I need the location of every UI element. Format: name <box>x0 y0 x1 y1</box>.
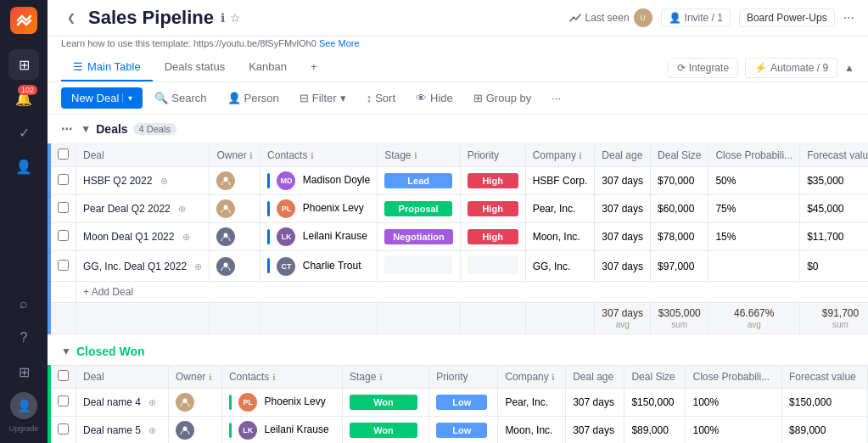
contact-bar <box>267 229 270 244</box>
search-nav-icon[interactable]: ⌕ <box>8 289 39 319</box>
forecast-cell: $89,000 <box>782 417 868 444</box>
bell-nav-icon[interactable]: 🔔 102 <box>8 83 39 114</box>
row-checkbox[interactable] <box>58 423 69 435</box>
row-checkbox[interactable] <box>58 202 69 213</box>
collapse-sidebar-button[interactable]: ❮ <box>61 8 81 28</box>
apps-nav-icon[interactable]: ⊞ <box>8 356 39 387</box>
owner-cell <box>168 417 221 444</box>
deal-name: Pear Deal Q2 2022 <box>83 203 171 215</box>
forecast-cell: $0 <box>800 251 868 282</box>
tab-deals-status[interactable]: Deals status <box>153 53 238 81</box>
deals-size-header: Deal Size <box>651 144 708 167</box>
row-checkbox-cell[interactable] <box>49 167 76 195</box>
board-power-button[interactable]: Board Power-Ups <box>739 8 835 27</box>
star-icon[interactable]: ☆ <box>230 11 241 25</box>
automate-label: Automate / 9 <box>770 62 828 74</box>
tab-add[interactable]: + <box>299 53 329 81</box>
row-add-icon[interactable]: ⊕ <box>194 261 202 272</box>
deal-age-cell: 307 days <box>566 389 624 417</box>
deals-checkbox-header[interactable] <box>49 144 76 167</box>
tab-kanban[interactable]: Kanban <box>237 53 299 81</box>
hide-icon: 👁 <box>416 92 427 104</box>
close-prob-cell: 100% <box>686 417 782 444</box>
contact-avatar: CT <box>277 257 295 276</box>
deals-table: Deal Owner ℹ Contacts ℹ Stage ℹ Priority… <box>48 143 868 334</box>
deals-select-all-checkbox[interactable] <box>58 149 69 160</box>
deal-size-cell: $150,000 <box>624 389 686 417</box>
row-checkbox[interactable] <box>58 395 69 407</box>
priority-badge: High <box>468 173 518 188</box>
close-prob-cell <box>708 251 800 282</box>
more-toolbar-button[interactable]: ··· <box>543 87 569 109</box>
check-nav-icon[interactable]: ✓ <box>8 117 39 148</box>
info-icon[interactable]: ℹ <box>221 11 225 25</box>
add-deal-checkbox-cell <box>49 282 76 303</box>
deals-group-more-icon[interactable]: ··· <box>61 121 72 137</box>
deals-owner-header: Owner ℹ <box>210 144 260 167</box>
closed-contacts-header: Contacts ℹ <box>221 366 342 389</box>
more-options-button[interactable]: ··· <box>843 10 854 25</box>
tabs-right: ⟳ Integrate ⚡ Automate / 9 ▲ <box>668 58 854 78</box>
main-content: ❮ Sales Pipeline ℹ ☆ Last seen U 👤 Invit… <box>48 0 868 443</box>
priority-cell: Low <box>429 389 498 417</box>
owner-avatar <box>216 199 235 218</box>
closed-select-all-checkbox[interactable] <box>58 370 69 381</box>
row-checkbox-cell[interactable] <box>49 417 76 444</box>
invite-button[interactable]: 👤 Invite / 1 <box>661 8 731 27</box>
row-checkbox-cell[interactable] <box>49 251 76 282</box>
row-checkbox-cell[interactable] <box>49 195 76 223</box>
new-deal-dropdown-icon[interactable]: ▾ <box>122 93 132 103</box>
forecast-cell: $45,000 <box>800 195 868 223</box>
close-prob-cell: 75% <box>708 195 800 223</box>
closed-checkbox-header[interactable] <box>49 366 76 389</box>
new-deal-button[interactable]: New Deal ▾ <box>61 87 143 109</box>
see-more-link[interactable]: See More <box>319 38 360 48</box>
owner-cell <box>210 195 260 223</box>
automate-button[interactable]: ⚡ Automate / 9 <box>745 58 837 78</box>
hide-button[interactable]: 👁 Hide <box>407 87 462 109</box>
row-checkbox-cell[interactable] <box>49 223 76 251</box>
row-add-icon[interactable]: ⊕ <box>178 204 186 214</box>
priority-cell: High <box>460 167 525 195</box>
hide-label: Hide <box>430 92 453 104</box>
table-area: ··· ▼ Deals 4 Deals Deal Owner ℹ Contact… <box>48 115 868 443</box>
priority-badge: Low <box>436 395 487 410</box>
question-nav-icon[interactable]: ? <box>8 322 39 353</box>
user-avatar[interactable]: 👤 <box>10 392 37 419</box>
deal-age-cell: 307 days <box>595 223 651 251</box>
row-add-icon[interactable]: ⊕ <box>148 425 156 435</box>
tabs-chevron-button[interactable]: ▲ <box>844 62 854 74</box>
group-by-button[interactable]: ⊞ Group by <box>465 87 540 109</box>
add-deal-row[interactable]: + Add Deal <box>49 282 868 303</box>
person-button[interactable]: 👤 Person <box>219 87 288 109</box>
logo[interactable] <box>10 7 37 34</box>
row-checkbox[interactable] <box>58 260 69 271</box>
tab-main-table[interactable]: ☰ Main Table <box>61 53 153 81</box>
add-deal-label[interactable]: + Add Deal <box>76 282 869 303</box>
filter-button[interactable]: ⊟ Filter ▾ <box>291 87 355 109</box>
deals-group-toggle[interactable]: ▼ <box>81 123 91 135</box>
closed-won-group-toggle[interactable]: ▼ <box>61 345 71 357</box>
deals-deal-header: Deal <box>76 144 210 167</box>
stage-badge: Won <box>350 395 417 410</box>
person-nav-icon[interactable]: 👤 <box>8 151 39 182</box>
row-add-icon[interactable]: ⊕ <box>148 397 156 407</box>
upgrade-label[interactable]: Upgrade <box>9 424 39 433</box>
grid-nav-icon[interactable]: ⊞ <box>8 49 39 80</box>
row-checkbox[interactable] <box>58 174 69 185</box>
close-prob-cell: 50% <box>708 167 800 195</box>
summary-deal-size: $305,000sum <box>651 303 708 334</box>
contact-avatar: LK <box>277 227 295 246</box>
row-add-icon[interactable]: ⊕ <box>182 232 190 242</box>
integrate-button[interactable]: ⟳ Integrate <box>668 58 738 78</box>
header-right: Last seen U 👤 Invite / 1 Board Power-Ups… <box>569 8 854 27</box>
stage-badge: Negotiation <box>384 229 453 244</box>
summary-deal-age: 307 daysavg <box>595 303 651 334</box>
sort-button[interactable]: ↕ Sort <box>358 87 404 109</box>
row-add-icon[interactable]: ⊕ <box>160 176 168 186</box>
row-checkbox[interactable] <box>58 230 69 241</box>
notification-badge: 102 <box>18 85 37 95</box>
table-row: Pear Deal Q2 2022 ⊕ PL Phoenix Levy Prop… <box>49 195 868 223</box>
search-button[interactable]: 🔍 Search <box>146 87 215 109</box>
row-checkbox-cell[interactable] <box>49 389 76 417</box>
